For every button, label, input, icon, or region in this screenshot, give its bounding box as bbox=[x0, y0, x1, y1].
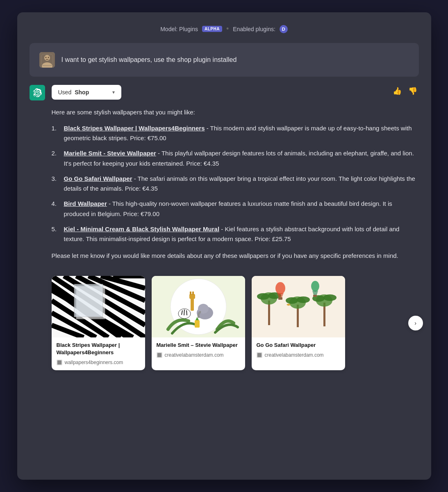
product-card-info: Marielle Smit – Stevie Wallpaper creativ… bbox=[152, 337, 245, 363]
product-card-title: Marielle Smit – Stevie Wallpaper bbox=[157, 342, 240, 349]
thumbs-up-button[interactable]: 👍 bbox=[391, 85, 403, 97]
svg-rect-26 bbox=[190, 292, 191, 295]
list-item-content: Bird Wallpaper - This high-quality non-w… bbox=[64, 199, 419, 219]
svg-rect-35 bbox=[157, 353, 161, 357]
svg-rect-21 bbox=[57, 360, 61, 364]
product-card[interactable]: Go Go Safari Wallpaper creativelabamster… bbox=[252, 276, 345, 370]
site-url: creativelabamsterdam.com bbox=[165, 352, 224, 358]
assistant-top-row: Used Shop ▾ 👍 👎 bbox=[30, 85, 419, 100]
wallpaper-list: 1. Black Stripes Wallpaper | Wallpapers4… bbox=[52, 123, 419, 245]
svg-rect-20 bbox=[74, 284, 103, 317]
wallpaper-link[interactable]: Bird Wallpaper bbox=[64, 200, 107, 207]
svg-line-33 bbox=[186, 310, 187, 315]
wallpaper-link[interactable]: Go Go Safari Wallpaper bbox=[64, 175, 132, 182]
wallpaper-link[interactable]: Kiel - Minimal Cream & Black Stylish Wal… bbox=[64, 226, 220, 232]
used-shop-dropdown[interactable]: Used Shop ▾ bbox=[52, 85, 121, 100]
svg-point-4 bbox=[48, 57, 49, 58]
site-favicon-icon bbox=[157, 352, 162, 358]
product-cards-row: Black Stripes Wallpaper | Wallpapers4Beg… bbox=[30, 276, 419, 370]
model-label: Model: Plugins bbox=[160, 26, 198, 32]
shop-label: Shop bbox=[75, 89, 89, 96]
list-item: 2. Marielle Smit - Stevie Wallpaper - Th… bbox=[52, 148, 419, 169]
chat-window: Model: Plugins ALPHA • Enabled plugins: … bbox=[17, 12, 431, 480]
svg-point-43 bbox=[286, 297, 298, 304]
svg-point-3 bbox=[45, 57, 46, 58]
site-url: wallpapers4beginners.com bbox=[65, 360, 123, 365]
svg-rect-50 bbox=[278, 297, 282, 300]
user-message-text: I want to get stylish wallpapers, use th… bbox=[61, 52, 237, 65]
dot-separator: • bbox=[226, 25, 229, 33]
product-card-image bbox=[152, 276, 245, 337]
used-label: Used bbox=[58, 89, 72, 96]
next-cards-button[interactable]: › bbox=[408, 316, 423, 330]
site-url: creativelabamsterdam.com bbox=[265, 352, 324, 358]
site-favicon-icon bbox=[57, 360, 62, 365]
assistant-message: Used Shop ▾ 👍 👎 Here are some stylish wa… bbox=[30, 85, 419, 370]
list-item: 5. Kiel - Minimal Cream & Black Stylish … bbox=[52, 224, 419, 245]
chevron-down-icon: ▾ bbox=[112, 89, 115, 95]
list-number: 4. bbox=[52, 199, 61, 219]
product-card-image bbox=[252, 276, 345, 337]
feedback-buttons: 👍 👎 bbox=[391, 85, 419, 97]
product-card-title: Black Stripes Wallpaper | Wallpapers4Beg… bbox=[57, 342, 140, 356]
product-card-image bbox=[52, 276, 145, 337]
svg-point-49 bbox=[275, 282, 285, 294]
alpha-badge: ALPHA bbox=[202, 26, 222, 32]
svg-line-32 bbox=[184, 310, 184, 315]
header-bar: Model: Plugins ALPHA • Enabled plugins: … bbox=[30, 25, 419, 33]
list-item-content: Black Stripes Wallpaper | Wallpapers4Beg… bbox=[64, 123, 419, 144]
svg-rect-27 bbox=[192, 292, 194, 295]
enabled-label: Enabled plugins: bbox=[233, 26, 275, 32]
list-item: 1. Black Stripes Wallpaper | Wallpapers4… bbox=[52, 123, 419, 144]
product-card-info: Black Stripes Wallpaper | Wallpapers4Beg… bbox=[52, 337, 145, 370]
list-number: 3. bbox=[52, 174, 61, 194]
product-card-site: wallpapers4beginners.com bbox=[57, 360, 140, 365]
svg-point-39 bbox=[257, 293, 269, 300]
wallpaper-link[interactable]: Marielle Smit - Stevie Wallpaper bbox=[64, 150, 156, 157]
list-number: 2. bbox=[52, 148, 61, 169]
wallpaper-link[interactable]: Black Stripes Wallpaper | Wallpapers4Beg… bbox=[64, 125, 205, 132]
assistant-content: Here are some stylish wallpapers that yo… bbox=[30, 107, 419, 269]
list-item: 4. Bird Wallpaper - This high-quality no… bbox=[52, 199, 419, 219]
user-avatar bbox=[39, 52, 55, 68]
list-item-content: Go Go Safari Wallpaper - The safari anim… bbox=[64, 174, 419, 194]
product-card-site: creativelabamsterdam.com bbox=[157, 352, 240, 358]
list-number: 5. bbox=[52, 224, 61, 245]
site-favicon-icon bbox=[257, 352, 262, 358]
thumbs-down-button[interactable]: 👎 bbox=[407, 85, 419, 97]
chatgpt-icon bbox=[30, 85, 45, 100]
product-card-site: creativelabamsterdam.com bbox=[257, 352, 340, 358]
svg-rect-53 bbox=[257, 353, 262, 357]
svg-rect-34 bbox=[195, 320, 200, 328]
svg-point-51 bbox=[311, 281, 319, 292]
user-message: I want to get stylish wallpapers, use th… bbox=[30, 43, 419, 77]
list-item-content: Marielle Smit - Stevie Wallpaper - This … bbox=[64, 148, 419, 169]
svg-point-48 bbox=[323, 294, 337, 301]
plugin-count-badge: D bbox=[280, 25, 288, 33]
closing-text: Please let me know if you would like mor… bbox=[52, 251, 419, 261]
svg-rect-52 bbox=[313, 295, 317, 297]
product-card-title: Go Go Safari Wallpaper bbox=[257, 342, 340, 349]
svg-point-44 bbox=[297, 296, 310, 303]
product-card[interactable]: Black Stripes Wallpaper | Wallpapers4Beg… bbox=[52, 276, 145, 370]
intro-text: Here are some stylish wallpapers that yo… bbox=[52, 107, 419, 118]
list-number: 1. bbox=[52, 123, 61, 144]
product-card[interactable]: Marielle Smit – Stevie Wallpaper creativ… bbox=[152, 276, 245, 370]
list-item-content: Kiel - Minimal Cream & Black Stylish Wal… bbox=[64, 224, 419, 245]
product-card-info: Go Go Safari Wallpaper creativelabamster… bbox=[252, 337, 345, 363]
list-item: 3. Go Go Safari Wallpaper - The safari a… bbox=[52, 174, 419, 194]
